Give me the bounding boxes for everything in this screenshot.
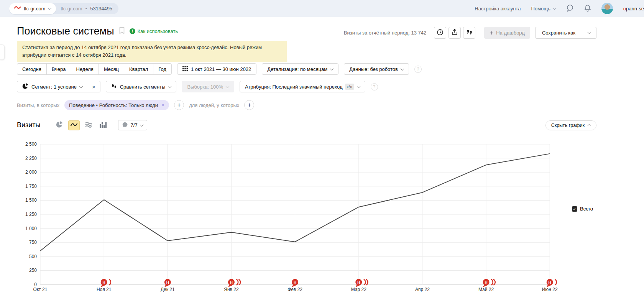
segment-condition-chip[interactable]: Поведение • Роботность: Только люди ×	[64, 100, 169, 110]
save-as-split-button: Сохранить как	[535, 27, 596, 39]
segment-dropdown[interactable]: Сегмент: 1 условие	[17, 81, 88, 92]
help-question-icon[interactable]: ?	[371, 83, 378, 90]
bell-icon[interactable]	[584, 4, 591, 13]
sidebar-toggle-flap[interactable]	[0, 44, 5, 60]
segment-conditions-row: Визиты, в которых Поведение • Роботность…	[17, 100, 254, 110]
x-axis-label: Фев 22	[288, 287, 302, 292]
counter-info: tlc-gr.com • 53134495	[56, 6, 118, 12]
add-visit-condition-button[interactable]: +	[174, 100, 184, 110]
segment-label: Сегмент: 1 условие	[31, 84, 77, 90]
topbar-nav: Настройка аккаунта Помощь oparin-se	[475, 3, 644, 14]
data-mode-dropdown[interactable]: Данные: без роботов	[344, 63, 409, 75]
annotations-count: 7/7	[131, 122, 138, 128]
add-to-dashboard-button[interactable]: + На дашборд	[484, 27, 530, 39]
x-axis-label: Дек 21	[161, 287, 175, 292]
clock-icon	[437, 29, 444, 37]
close-icon[interactable]: ×	[161, 102, 164, 108]
report-actions: Визиты за отчётный период: 13 742 + На д…	[344, 27, 596, 39]
history-button[interactable]	[434, 27, 446, 39]
attribution-label: Атрибуция: Последний значимый переход	[245, 84, 343, 90]
period-tab-0[interactable]: Сегодня	[17, 63, 47, 75]
date-range-label: 1 окт 2021 — 30 июн 2022	[191, 66, 251, 72]
visits-in-which-label: Визиты, в которых	[17, 102, 59, 108]
counter-switcher: tlc-gr.com tlc-gr.com • 53134495	[9, 3, 118, 14]
how-to-use-link[interactable]: i Как использовать	[130, 28, 178, 34]
help-question-icon[interactable]: ?	[414, 66, 422, 73]
visits-line-chart[interactable]: 02505007501 0001 2501 5001 7502 0002 250…	[0, 137, 644, 298]
chevron-down-icon	[168, 84, 172, 88]
help-menu[interactable]: Помощь	[531, 6, 556, 12]
chevron-down-icon	[330, 67, 334, 71]
calendar-grid-icon	[182, 66, 188, 72]
x-axis-label: Янв 22	[224, 287, 239, 292]
segment-split-button: Сегмент: 1 условие ×	[17, 81, 100, 92]
chevron-up-icon	[588, 124, 591, 128]
how-to-use-label: Как использовать	[138, 28, 178, 34]
y-axis-tick: 750	[29, 240, 37, 245]
svg-text:Н: Н	[485, 280, 487, 285]
svg-text:Н: Н	[103, 280, 105, 285]
page-title: Поисковые системы	[17, 25, 114, 37]
counter-name: tlc-gr.com	[24, 6, 45, 12]
compare-segments-label: Сравнить сегменты	[120, 84, 166, 90]
chevron-down-icon	[226, 84, 230, 88]
chevron-down-icon	[140, 123, 143, 127]
sampling-dropdown[interactable]: Выборка: 100%	[182, 81, 234, 92]
add-to-dashboard-label: На дашборд	[496, 30, 525, 36]
x-axis-label: Ноя 21	[97, 287, 112, 292]
metrica-logo-icon	[14, 6, 21, 12]
period-tabs: СегодняВчераНеделяМесяцКварталГод	[17, 63, 172, 75]
svg-text:Н: Н	[230, 280, 233, 285]
period-tab-3[interactable]: Месяц	[99, 63, 124, 75]
period-tab-5[interactable]: Год	[153, 63, 172, 75]
compare-segments-dropdown[interactable]: Сравнить сегменты	[106, 81, 177, 92]
report-header: Поисковые системы i Как использовать	[17, 25, 178, 37]
y-axis-tick: 2 000	[25, 169, 37, 175]
hide-chart-label: Скрыть график	[551, 123, 585, 128]
detalization-label: Детализация: по месяцам	[267, 66, 327, 72]
save-as-dropdown[interactable]	[582, 27, 596, 39]
chat-bubble-icon[interactable]	[566, 4, 574, 13]
pie-chart-type-button[interactable]	[54, 120, 65, 130]
username[interactable]: oparin-se	[623, 6, 644, 12]
chart-legend: ✓ Всего	[572, 206, 593, 212]
data-mode-label: Данные: без роботов	[349, 66, 398, 72]
chevron-down-icon	[552, 6, 556, 10]
period-tab-2[interactable]: Неделя	[71, 63, 99, 75]
avatar[interactable]	[601, 3, 613, 14]
topbar: tlc-gr.com tlc-gr.com • 53134495 Настрой…	[0, 0, 644, 17]
chevron-down-icon	[587, 30, 591, 34]
annotations-dropdown[interactable]: 7/7	[118, 120, 147, 130]
chevron-down-icon	[401, 67, 404, 71]
detalization-dropdown[interactable]: Детализация: по месяцам	[262, 63, 338, 75]
plus-icon: +	[490, 30, 493, 36]
counter-selector[interactable]: tlc-gr.com	[9, 3, 56, 14]
metrica-report-page: tlc-gr.com tlc-gr.com • 53134495 Настрой…	[0, 0, 644, 301]
visits-period-value: 13 742	[411, 30, 427, 36]
line-chart-type-button[interactable]	[68, 120, 80, 130]
bookmark-icon[interactable]	[119, 27, 125, 36]
date-range-button[interactable]: 1 окт 2021 — 30 июн 2022	[177, 63, 256, 75]
notes-button[interactable]	[463, 27, 475, 39]
y-axis-tick: 0	[34, 282, 37, 287]
period-tab-4[interactable]: Квартал	[124, 63, 153, 75]
save-as-button[interactable]: Сохранить как	[535, 27, 582, 39]
visits-period-label: Визиты за отчётный период:	[344, 30, 410, 36]
add-people-condition-button[interactable]: +	[244, 100, 254, 110]
area-chart-type-button[interactable]	[83, 120, 94, 130]
segment-filter-row: Сегмент: 1 условие × Сравнить сегменты В…	[17, 81, 378, 92]
x-axis-label: Мар 22	[351, 287, 366, 292]
account-settings-link[interactable]: Настройка аккаунта	[475, 6, 521, 12]
y-axis-tick: 1 000	[25, 226, 37, 231]
export-button[interactable]	[449, 27, 461, 39]
help-label: Помощь	[531, 6, 550, 12]
svg-text:Н: Н	[549, 280, 551, 285]
segment-clear-button[interactable]: ×	[87, 81, 100, 92]
attribution-dropdown[interactable]: Атрибуция: Последний значимый переход к/…	[240, 81, 365, 92]
x-axis-label: Июн 22	[542, 287, 558, 292]
checkbox-icon[interactable]: ✓	[572, 206, 577, 212]
column-chart-type-button[interactable]	[97, 120, 109, 130]
hide-chart-button[interactable]: Скрыть график	[545, 120, 596, 130]
legend-total-label: Всего	[580, 206, 593, 212]
period-tab-1[interactable]: Вчера	[46, 63, 71, 75]
